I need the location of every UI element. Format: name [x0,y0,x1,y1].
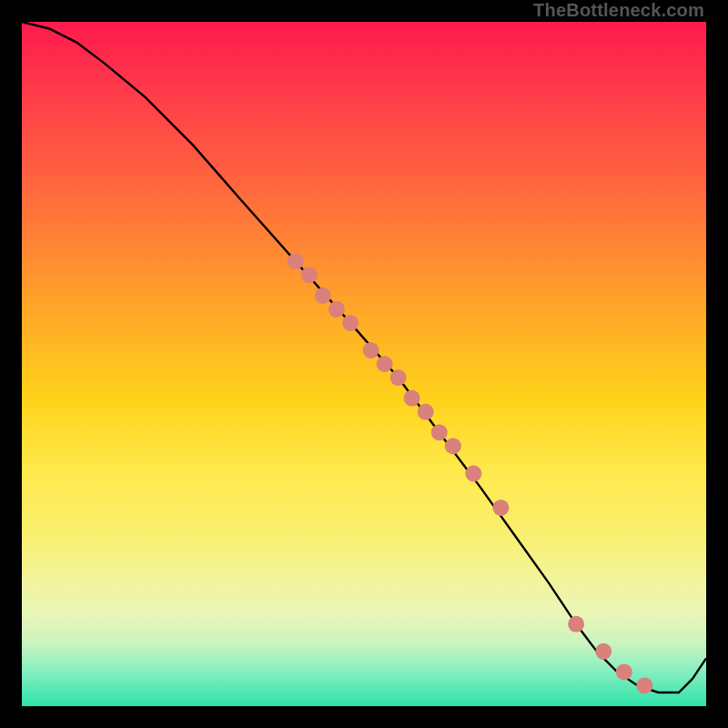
chart-frame: TheBottleneck.com [0,0,728,728]
marker-point [616,663,632,680]
marker-point [465,465,481,481]
marker-point [636,677,652,693]
marker-point [404,390,420,407]
marker-point [342,315,359,331]
marker-point [329,301,345,318]
marker-point [301,267,318,283]
marker-group [288,253,653,693]
plot-area [22,22,706,706]
marker-point [315,288,331,304]
marker-point [390,369,407,386]
watermark-text: TheBottleneck.com [533,0,704,21]
bottleneck-curve [22,22,706,693]
chart-svg [22,22,706,706]
marker-point [363,342,379,359]
marker-point [568,616,584,632]
marker-point [595,643,612,660]
marker-point [445,438,461,454]
marker-point [431,424,448,440]
marker-point [492,500,509,516]
marker-point [288,253,304,269]
marker-point [377,356,393,372]
marker-point [418,404,434,420]
